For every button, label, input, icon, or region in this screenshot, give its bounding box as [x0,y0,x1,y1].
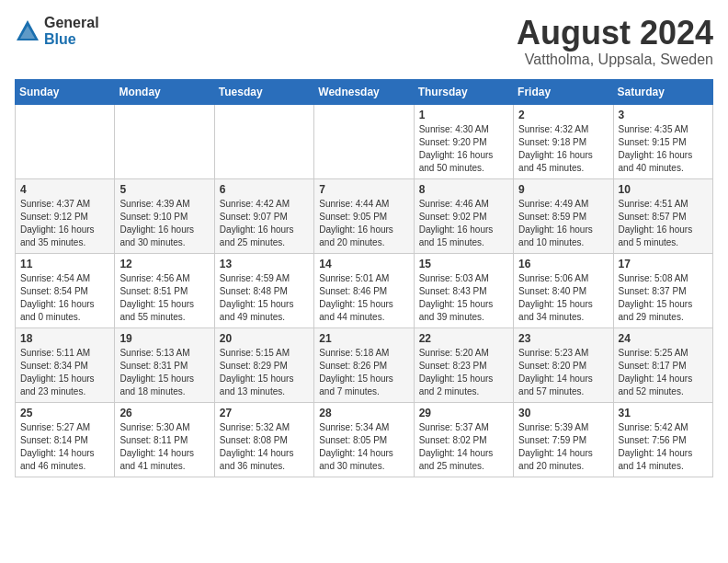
day-number: 4 [20,183,109,196]
day-info: Sunrise: 4:32 AM Sunset: 9:18 PM Dayligh… [518,123,608,175]
day-info: Sunrise: 5:23 AM Sunset: 8:20 PM Dayligh… [518,347,608,398]
day-number: 27 [220,407,309,419]
table-row: 17Sunrise: 5:08 AM Sunset: 8:37 PM Dayli… [613,253,712,327]
day-info: Sunrise: 5:20 AM Sunset: 8:23 PM Dayligh… [419,347,508,398]
day-number: 13 [220,258,309,270]
day-info: Sunrise: 5:37 AM Sunset: 8:02 PM Dayligh… [419,421,508,473]
day-info: Sunrise: 4:56 AM Sunset: 8:51 PM Dayligh… [119,272,209,324]
day-info: Sunrise: 5:13 AM Sunset: 8:31 PM Dayligh… [119,347,209,398]
table-row: 24Sunrise: 5:25 AM Sunset: 8:17 PM Dayli… [613,327,712,402]
header-monday: Monday [115,79,214,104]
table-row: 2Sunrise: 4:32 AM Sunset: 9:18 PM Daylig… [514,104,613,178]
header-wednesday: Wednesday [314,79,414,104]
table-row: 16Sunrise: 5:06 AM Sunset: 8:40 PM Dayli… [514,253,613,327]
logo-general-text: General [44,15,99,31]
table-row: 11Sunrise: 4:54 AM Sunset: 8:54 PM Dayli… [16,253,115,327]
logo-icon [15,18,40,44]
day-number: 12 [119,258,209,270]
table-row: 31Sunrise: 5:42 AM Sunset: 7:56 PM Dayli… [613,402,712,477]
table-row [314,104,414,178]
calendar-week-row: 11Sunrise: 4:54 AM Sunset: 8:54 PM Dayli… [16,253,713,327]
day-number: 6 [220,183,309,196]
day-info: Sunrise: 5:32 AM Sunset: 8:08 PM Dayligh… [220,421,309,473]
calendar-header-row: Sunday Monday Tuesday Wednesday Thursday… [16,79,713,104]
calendar-week-row: 4Sunrise: 4:37 AM Sunset: 9:12 PM Daylig… [16,178,713,253]
day-info: Sunrise: 4:42 AM Sunset: 9:07 PM Dayligh… [220,198,309,249]
day-number: 7 [319,183,408,196]
day-number: 20 [220,332,309,345]
day-info: Sunrise: 4:37 AM Sunset: 9:12 PM Dayligh… [20,198,109,249]
day-number: 15 [419,258,508,270]
day-number: 22 [419,332,508,345]
table-row: 23Sunrise: 5:23 AM Sunset: 8:20 PM Dayli… [514,327,613,402]
table-row: 10Sunrise: 4:51 AM Sunset: 8:57 PM Dayli… [613,178,712,253]
table-row: 5Sunrise: 4:39 AM Sunset: 9:10 PM Daylig… [115,178,214,253]
day-number: 8 [419,183,508,196]
table-row: 1Sunrise: 4:30 AM Sunset: 9:20 PM Daylig… [414,104,513,178]
day-number: 18 [20,332,109,345]
day-number: 19 [119,332,209,345]
day-number: 9 [518,183,608,196]
day-number: 11 [20,258,109,270]
calendar-week-row: 25Sunrise: 5:27 AM Sunset: 8:14 PM Dayli… [16,402,713,477]
day-info: Sunrise: 5:25 AM Sunset: 8:17 PM Dayligh… [619,347,708,398]
table-row: 29Sunrise: 5:37 AM Sunset: 8:02 PM Dayli… [414,402,513,477]
table-row: 26Sunrise: 5:30 AM Sunset: 8:11 PM Dayli… [115,402,214,477]
day-number: 1 [419,109,508,121]
table-row: 25Sunrise: 5:27 AM Sunset: 8:14 PM Dayli… [16,402,115,477]
day-info: Sunrise: 4:30 AM Sunset: 9:20 PM Dayligh… [419,123,508,175]
day-number: 29 [419,407,508,419]
title-block: August 2024 Vattholma, Uppsala, Sweden [517,15,713,68]
table-row: 7Sunrise: 4:44 AM Sunset: 9:05 PM Daylig… [314,178,414,253]
day-info: Sunrise: 4:49 AM Sunset: 8:59 PM Dayligh… [518,198,608,249]
day-number: 3 [619,109,708,121]
day-info: Sunrise: 4:51 AM Sunset: 8:57 PM Dayligh… [619,198,708,249]
day-info: Sunrise: 4:59 AM Sunset: 8:48 PM Dayligh… [220,272,309,324]
day-info: Sunrise: 4:54 AM Sunset: 8:54 PM Dayligh… [20,272,109,324]
header-friday: Friday [514,79,613,104]
table-row: 18Sunrise: 5:11 AM Sunset: 8:34 PM Dayli… [16,327,115,402]
header-saturday: Saturday [613,79,712,104]
day-info: Sunrise: 5:08 AM Sunset: 8:37 PM Dayligh… [619,272,708,324]
header-tuesday: Tuesday [214,79,313,104]
day-info: Sunrise: 4:39 AM Sunset: 9:10 PM Dayligh… [119,198,209,249]
day-number: 17 [619,258,708,270]
table-row: 28Sunrise: 5:34 AM Sunset: 8:05 PM Dayli… [314,402,414,477]
day-number: 2 [518,109,608,121]
day-number: 21 [319,332,408,345]
day-info: Sunrise: 5:39 AM Sunset: 7:59 PM Dayligh… [518,421,608,473]
day-info: Sunrise: 4:46 AM Sunset: 9:02 PM Dayligh… [419,198,508,249]
day-info: Sunrise: 4:44 AM Sunset: 9:05 PM Dayligh… [319,198,408,249]
day-info: Sunrise: 5:03 AM Sunset: 8:43 PM Dayligh… [419,272,508,324]
day-number: 25 [20,407,109,419]
day-number: 26 [119,407,209,419]
table-row [115,104,214,178]
day-info: Sunrise: 5:15 AM Sunset: 8:29 PM Dayligh… [220,347,309,398]
day-number: 10 [619,183,708,196]
day-info: Sunrise: 5:11 AM Sunset: 8:34 PM Dayligh… [20,347,109,398]
month-year-title: August 2024 [517,15,713,52]
day-number: 16 [518,258,608,270]
table-row: 20Sunrise: 5:15 AM Sunset: 8:29 PM Dayli… [214,327,313,402]
calendar-week-row: 18Sunrise: 5:11 AM Sunset: 8:34 PM Dayli… [16,327,713,402]
header-sunday: Sunday [16,79,115,104]
day-info: Sunrise: 5:27 AM Sunset: 8:14 PM Dayligh… [20,421,109,473]
day-info: Sunrise: 5:42 AM Sunset: 7:56 PM Dayligh… [619,421,708,473]
calendar-table: Sunday Monday Tuesday Wednesday Thursday… [15,79,713,477]
day-info: Sunrise: 5:34 AM Sunset: 8:05 PM Dayligh… [319,421,408,473]
day-info: Sunrise: 5:01 AM Sunset: 8:46 PM Dayligh… [319,272,408,324]
day-number: 28 [319,407,408,419]
location-subtitle: Vattholma, Uppsala, Sweden [517,52,713,68]
table-row [214,104,313,178]
day-number: 23 [518,332,608,345]
day-number: 14 [319,258,408,270]
table-row: 27Sunrise: 5:32 AM Sunset: 8:08 PM Dayli… [214,402,313,477]
day-info: Sunrise: 5:30 AM Sunset: 8:11 PM Dayligh… [119,421,209,473]
table-row: 21Sunrise: 5:18 AM Sunset: 8:26 PM Dayli… [314,327,414,402]
table-row: 14Sunrise: 5:01 AM Sunset: 8:46 PM Dayli… [314,253,414,327]
calendar-week-row: 1Sunrise: 4:30 AM Sunset: 9:20 PM Daylig… [16,104,713,178]
day-info: Sunrise: 4:35 AM Sunset: 9:15 PM Dayligh… [619,123,708,175]
page-header: General Blue August 2024 Vattholma, Upps… [15,15,713,68]
day-number: 30 [518,407,608,419]
table-row: 22Sunrise: 5:20 AM Sunset: 8:23 PM Dayli… [414,327,513,402]
